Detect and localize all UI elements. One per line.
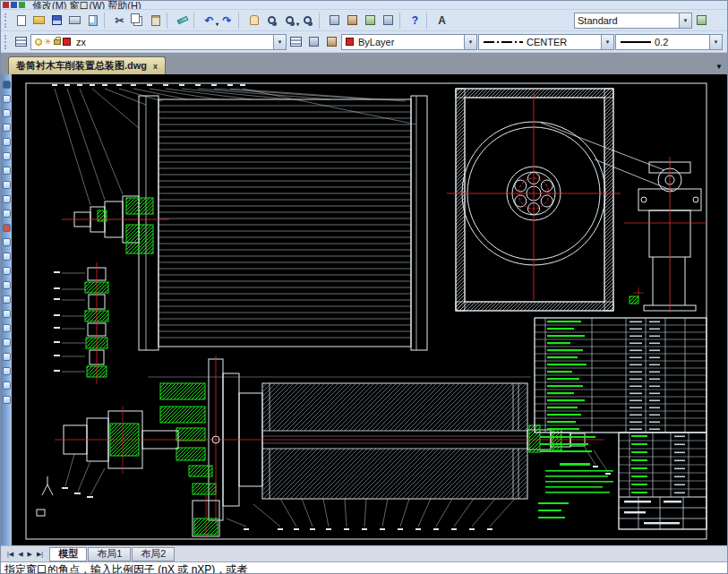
zoom-previous-icon[interactable] <box>299 13 316 29</box>
draw-tool-icon[interactable] <box>3 224 11 232</box>
lineweight-sample <box>621 41 651 43</box>
draw-tool-icon[interactable] <box>3 367 11 375</box>
gear-shaft-stack-view[interactable] <box>54 262 108 384</box>
menu-text-fragment: 修改(M) 窗口(W) 帮助(H) <box>32 1 141 10</box>
chevron-down-icon[interactable] <box>709 35 722 49</box>
toolbar-separator <box>426 13 431 29</box>
linetype-value: CENTER <box>527 37 567 47</box>
layout-tab-bar: |◀◀▶▶| 模型布局1布局2 <box>1 545 727 561</box>
tool-palettes-icon[interactable] <box>362 13 379 29</box>
save-icon[interactable] <box>48 13 65 29</box>
draw-tool-icon[interactable] <box>3 210 11 218</box>
layout-tab-布局1[interactable]: 布局1 <box>88 547 131 561</box>
copy-icon[interactable] <box>129 13 146 29</box>
draw-tool-icon[interactable] <box>3 396 11 404</box>
layers-toolbar: zx ByLayer CENTER 0.2 <box>1 31 727 53</box>
close-icon[interactable]: x <box>153 62 158 71</box>
pan-icon[interactable] <box>245 13 262 29</box>
draw-tool-icon[interactable] <box>3 267 11 275</box>
draw-tool-icon[interactable] <box>3 152 11 160</box>
toolbar-options-icon[interactable] <box>693 13 710 29</box>
tab-overflow-icon[interactable]: ▼ <box>715 64 723 71</box>
draw-tool-icon[interactable] <box>3 353 11 361</box>
plot-preview-icon[interactable] <box>84 13 101 29</box>
layer-properties-manager-icon[interactable] <box>13 34 30 50</box>
belt-drive-side-view[interactable] <box>624 157 707 313</box>
draw-tool-icon[interactable] <box>3 281 11 289</box>
lineweight-combo[interactable]: 0.2 <box>615 34 723 50</box>
draw-tool-icon[interactable] <box>3 296 11 304</box>
make-object-layer-current-icon[interactable] <box>287 34 304 50</box>
redo-icon[interactable]: ↷ <box>218 13 236 29</box>
draw-tool-icon[interactable] <box>3 95 11 103</box>
toolbar-grip[interactable] <box>4 35 8 49</box>
drawing-canvas[interactable] <box>12 74 728 545</box>
menu-bar-clipped: 修改(M) 窗口(W) 帮助(H) <box>1 1 727 10</box>
chevron-down-icon[interactable] <box>273 35 286 49</box>
markup-set-manager-icon[interactable] <box>380 13 397 29</box>
text-style-combo[interactable]: Standard <box>574 13 692 29</box>
layout-tab-布局2[interactable]: 布局2 <box>132 547 175 561</box>
layout-nav-first-button[interactable]: |◀ <box>5 550 15 559</box>
layout-nav-last-button[interactable]: ▶| <box>35 550 45 559</box>
layer-states-icon[interactable] <box>323 34 340 50</box>
undo-icon[interactable]: ↶▾ <box>201 13 218 29</box>
draw-tool-icon[interactable] <box>3 124 11 132</box>
layer-lock-icon <box>54 39 61 45</box>
draw-tool-icon[interactable] <box>3 324 11 332</box>
draw-tool-icon[interactable] <box>3 381 11 390</box>
toolbar-separator <box>104 13 108 29</box>
color-combo[interactable]: ByLayer <box>341 34 477 50</box>
standard-toolbar: ✂↶▾↷▾?A Standard <box>1 10 727 31</box>
toolbar-separator <box>238 13 243 29</box>
zoom-window-icon[interactable]: ▾ <box>281 13 298 29</box>
cad-drawing[interactable] <box>12 74 728 545</box>
draw-tool-icon[interactable] <box>3 109 11 117</box>
layout-nav-next-button[interactable]: ▶ <box>26 550 34 559</box>
draw-tool-icon[interactable] <box>3 310 11 318</box>
match-properties-icon[interactable] <box>174 13 191 29</box>
draw-tool-icon[interactable] <box>3 338 11 347</box>
open-file-icon[interactable] <box>30 13 47 29</box>
command-line-text: 指定窗口的角点，输入比例因子 (nX 或 nXP)，或者 <box>4 563 247 574</box>
draw-tool-icon[interactable] <box>3 138 11 146</box>
draw-tool-icon[interactable] <box>3 253 11 261</box>
properties-palette-icon[interactable] <box>326 13 343 29</box>
draw-tool-icon[interactable] <box>3 81 11 89</box>
winding-drum-view[interactable] <box>62 96 427 350</box>
design-center-icon[interactable] <box>344 13 361 29</box>
color-swatch-red <box>346 38 354 46</box>
new-file-icon[interactable] <box>13 13 30 29</box>
layer-combo[interactable]: zx <box>30 34 287 50</box>
technical-notes-text <box>538 436 613 518</box>
draw-tool-icon[interactable] <box>3 238 11 246</box>
layout-nav-prev-button[interactable]: ◀ <box>16 550 24 559</box>
paste-icon[interactable] <box>147 13 164 29</box>
layer-previous-icon[interactable] <box>305 34 322 50</box>
layout-tab-模型[interactable]: 模型 <box>49 547 87 561</box>
layer-value: zx <box>76 37 86 47</box>
chevron-down-icon[interactable] <box>601 35 613 49</box>
menu-icon <box>3 2 9 8</box>
parts-list-table[interactable] <box>535 318 707 529</box>
lathe-drum-assembly-view[interactable] <box>55 356 604 539</box>
file-tab-label: 卷筒衬木车削装置总装图.dwg <box>16 59 147 73</box>
file-tab[interactable]: 卷筒衬木车削装置总装图.dwg x <box>8 56 166 74</box>
linetype-combo[interactable]: CENTER <box>478 34 614 50</box>
chevron-down-icon[interactable] <box>679 13 691 28</box>
toolbar-separator <box>193 13 198 29</box>
command-line-input[interactable]: 指定窗口的角点，输入比例因子 (nX 或 nXP)，或者 <box>1 561 727 574</box>
help-icon[interactable]: ? <box>407 13 424 29</box>
layer-color-swatch <box>63 38 71 46</box>
chevron-down-icon[interactable] <box>464 35 476 49</box>
text-style-value: Standard <box>578 15 618 26</box>
file-tab-strip: 卷筒衬木车削装置总装图.dwg x ▼ <box>1 53 727 74</box>
zoom-realtime-icon[interactable] <box>263 13 280 29</box>
toolbar-grip[interactable] <box>4 13 8 28</box>
draw-tool-icon[interactable] <box>3 181 11 189</box>
cut-icon[interactable]: ✂ <box>111 13 128 29</box>
draw-tool-icon[interactable] <box>3 195 11 203</box>
text-style-icon[interactable]: A <box>433 13 450 29</box>
draw-tool-icon[interactable] <box>3 167 11 175</box>
plot-icon[interactable] <box>66 13 83 29</box>
